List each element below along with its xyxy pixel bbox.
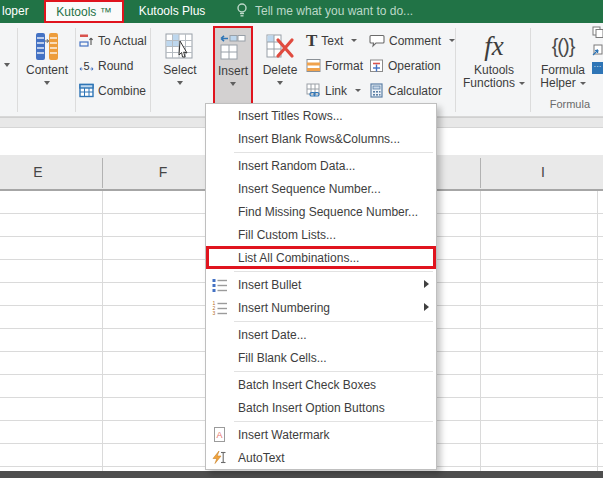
insert-button[interactable]: Insert xyxy=(215,28,251,113)
kutools-functions-label-line2: Functions xyxy=(463,77,525,90)
calculator-label: Calculator xyxy=(388,84,442,98)
round-label: Round xyxy=(98,59,133,73)
group-divider xyxy=(150,28,151,112)
menu-item-insert-bullet[interactable]: Insert Bullet xyxy=(206,273,436,296)
format-icon xyxy=(306,58,321,73)
column-header-e[interactable]: E xyxy=(33,164,42,180)
menu-item-insert-numbering[interactable]: 123 Insert Numbering xyxy=(206,296,436,319)
watermark-icon: A xyxy=(212,427,227,442)
svg-text:3: 3 xyxy=(213,310,216,316)
excel-window: loper Kutools ™ Kutools Plus Tell me wha… xyxy=(0,0,603,478)
delete-button[interactable]: Delete xyxy=(256,27,304,112)
dropdown-arrow-icon xyxy=(580,82,586,85)
select-button[interactable]: Select xyxy=(154,27,206,112)
calculator-icon xyxy=(369,83,384,98)
column-divider[interactable] xyxy=(480,158,481,188)
formula-braces-icon: {()} xyxy=(552,28,575,64)
menu-item-fill-custom-lists[interactable]: Fill Custom Lists... xyxy=(206,223,436,246)
combine-icon xyxy=(79,83,94,98)
tab-kutools-plus[interactable]: Kutools Plus xyxy=(134,4,210,18)
content-button[interactable]: Content xyxy=(22,27,72,112)
menu-item-insert-date[interactable]: Insert Date... xyxy=(206,323,436,346)
numbered-list-icon: 123 xyxy=(212,300,227,315)
delete-icon xyxy=(265,28,295,64)
menu-item-label: Insert Watermark xyxy=(238,428,330,442)
menu-item-fill-blank-cells[interactable]: Fill Blank Cells... xyxy=(206,346,436,369)
fx-icon: fx xyxy=(484,28,504,64)
clipped-dropdown-arrow-icon[interactable] xyxy=(4,63,10,67)
insert-label: Insert xyxy=(218,65,248,78)
tab-developer-partial[interactable]: loper xyxy=(2,4,29,18)
group-divider xyxy=(455,28,456,112)
combine-button[interactable]: Combine xyxy=(79,82,146,99)
to-actual-icon xyxy=(79,33,94,48)
content-label: Content xyxy=(26,64,68,77)
menu-item-insert-sequence-number[interactable]: Insert Sequence Number... xyxy=(206,177,436,200)
menu-item-find-missing-sequence-number[interactable]: Find Missing Sequence Number... xyxy=(206,200,436,223)
more-options-button[interactable]: ··· xyxy=(592,62,603,74)
dropdown-arrow-icon xyxy=(519,82,525,85)
insert-page-arrow-icon[interactable] xyxy=(592,44,603,56)
gridline-vertical xyxy=(102,191,103,471)
group-divider xyxy=(17,28,18,112)
svg-text:5: 5 xyxy=(83,60,89,72)
content-icon xyxy=(32,28,62,64)
operation-button[interactable]: Operation xyxy=(369,57,441,74)
insert-icon xyxy=(218,29,248,65)
link-icon xyxy=(306,83,321,98)
menu-item-batch-insert-option-buttons[interactable]: Batch Insert Option Buttons xyxy=(206,396,436,419)
to-actual-label: To Actual xyxy=(98,34,147,48)
insert-button-highlight: Insert xyxy=(213,26,253,110)
round-button[interactable]: 5 Round xyxy=(79,57,133,74)
menu-item-label: Insert Numbering xyxy=(238,301,330,315)
menu-item-insert-titles-rows[interactable]: Insert Titles Rows... xyxy=(206,104,436,127)
menu-item-insert-random-data[interactable]: Insert Random Data... xyxy=(206,154,436,177)
tellme-label: Tell me what you want to do... xyxy=(255,4,413,18)
menu-item-list-all-combinations[interactable]: List All Combinations... xyxy=(206,246,436,269)
bullet-list-icon xyxy=(212,277,227,292)
dropdown-arrow-icon xyxy=(277,81,283,85)
tellme-box[interactable]: Tell me what you want to do... xyxy=(236,3,413,18)
text-label: Text xyxy=(321,34,343,48)
gridline-vertical xyxy=(480,191,481,471)
lightbulb-icon xyxy=(236,3,248,18)
text-button[interactable]: T Text xyxy=(306,32,357,49)
dropdown-arrow-icon xyxy=(230,82,236,86)
menu-item-batch-insert-check-boxes[interactable]: Batch Insert Check Boxes xyxy=(206,373,436,396)
dropdown-arrow-icon xyxy=(351,39,357,42)
submenu-arrow-icon xyxy=(424,303,429,311)
clipped-buttons-column: ··· xyxy=(592,26,603,74)
ribbon-tab-bar: loper Kutools ™ Kutools Plus Tell me wha… xyxy=(0,0,603,23)
round-icon: 5 xyxy=(79,58,94,73)
dropdown-arrow-icon xyxy=(44,81,50,85)
calculator-button[interactable]: Calculator xyxy=(369,82,442,99)
operation-label: Operation xyxy=(388,59,441,73)
select-icon xyxy=(165,28,195,64)
operation-icon xyxy=(369,58,384,73)
link-label: Link xyxy=(325,84,347,98)
dropdown-arrow-icon xyxy=(177,81,183,85)
dropdown-arrow-icon xyxy=(355,89,361,92)
menu-item-autotext[interactable]: AutoText xyxy=(206,446,436,469)
copy-pages-icon[interactable] xyxy=(592,26,603,38)
window-bottom-edge xyxy=(0,471,603,478)
comment-button[interactable]: Comment xyxy=(369,32,455,49)
text-icon: T xyxy=(306,31,317,51)
menu-item-insert-watermark[interactable]: A Insert Watermark xyxy=(206,423,436,446)
formula-helper-label-line2: Helper xyxy=(540,77,585,90)
menu-item-label: AutoText xyxy=(238,451,285,465)
gridline-vertical xyxy=(597,191,598,471)
column-header-i[interactable]: I xyxy=(541,164,545,180)
column-divider[interactable] xyxy=(102,158,103,188)
menu-item-insert-blank-rows-columns[interactable]: Insert Blank Rows&Columns... xyxy=(206,127,436,150)
format-button[interactable]: Format xyxy=(306,57,377,74)
link-button[interactable]: Link xyxy=(306,82,361,99)
insert-dropdown-menu: Insert Titles Rows... Insert Blank Rows&… xyxy=(205,103,437,470)
comment-label: Comment xyxy=(389,34,441,48)
column-header-f[interactable]: F xyxy=(159,164,168,180)
autotext-icon xyxy=(212,450,227,465)
tab-kutools[interactable]: Kutools ™ xyxy=(44,0,124,23)
select-label: Select xyxy=(163,64,196,77)
comment-icon xyxy=(369,34,385,48)
to-actual-button[interactable]: To Actual xyxy=(79,32,147,49)
